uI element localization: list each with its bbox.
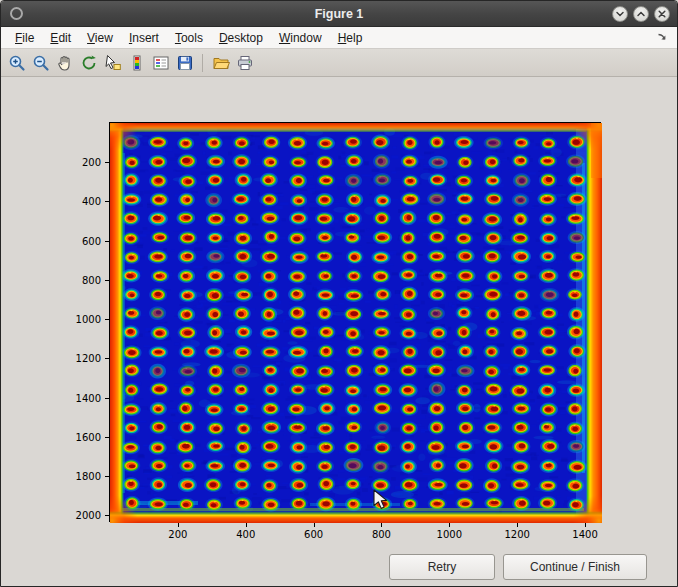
- x-tick-label: 600: [304, 529, 323, 540]
- maximize-button[interactable]: [633, 6, 649, 22]
- y-tick-mark: [105, 515, 109, 516]
- retry-button[interactable]: Retry: [389, 554, 495, 580]
- heatmap-canvas[interactable]: [110, 123, 602, 523]
- x-tick-mark: [246, 523, 247, 527]
- insert-colorbar-icon: [128, 54, 146, 72]
- chevron-up-icon: [636, 9, 646, 19]
- insert-legend-button[interactable]: [149, 51, 172, 74]
- y-tick-label: 800: [82, 274, 101, 285]
- y-tick-label: 1200: [76, 353, 101, 364]
- x-tick-label: 1400: [572, 529, 597, 540]
- x-tick-label: 800: [372, 529, 391, 540]
- menubar: FileEditViewInsertToolsDesktopWindowHelp: [1, 27, 677, 49]
- rotate-3d-button[interactable]: [77, 51, 100, 74]
- menu-item-help[interactable]: Help: [330, 29, 371, 47]
- dock-arrow-icon: [656, 32, 668, 44]
- menu-item-tools[interactable]: Tools: [167, 29, 211, 47]
- menubar-items: FileEditViewInsertToolsDesktopWindowHelp: [7, 29, 370, 47]
- y-tick-mark: [105, 241, 109, 242]
- rotate-3d-icon: [80, 54, 98, 72]
- y-tick-mark: [105, 398, 109, 399]
- x-tick-label: 400: [236, 529, 255, 540]
- continue-finish-button[interactable]: Continue / Finish: [503, 554, 647, 580]
- window-menu-icon[interactable]: [10, 7, 23, 20]
- open-file-icon: [212, 54, 230, 72]
- figure-area: 2004006008001000120014002004006008001000…: [1, 77, 677, 587]
- pan-icon: [56, 54, 74, 72]
- y-tick-mark: [105, 319, 109, 320]
- x-tick-mark: [449, 523, 450, 527]
- menu-item-view[interactable]: View: [79, 29, 121, 47]
- axes: 2004006008001000120014002004006008001000…: [109, 122, 601, 522]
- titlebar[interactable]: Figure 1: [1, 1, 677, 27]
- data-cursor-button[interactable]: [101, 51, 124, 74]
- insert-colorbar-button[interactable]: [125, 51, 148, 74]
- zoom-out-icon: [32, 54, 50, 72]
- x-tick-mark: [517, 523, 518, 527]
- y-tick-label: 1400: [76, 392, 101, 403]
- y-tick-label: 600: [82, 235, 101, 246]
- chevron-down-icon: [615, 9, 625, 19]
- x-tick-mark: [314, 523, 315, 527]
- x-tick-label: 1000: [437, 529, 462, 540]
- minimize-button[interactable]: [612, 6, 628, 22]
- figure-window: Figure 1 FileEditViewInsertToolsDesktopW…: [0, 0, 678, 587]
- x-tick-label: 200: [168, 529, 187, 540]
- menu-item-desktop[interactable]: Desktop: [211, 29, 271, 47]
- save-figure-button[interactable]: [173, 51, 196, 74]
- y-tick-label: 1800: [76, 470, 101, 481]
- y-tick-mark: [105, 280, 109, 281]
- x-tick-label: 1200: [504, 529, 529, 540]
- x-tick-mark: [178, 523, 179, 527]
- y-tick-label: 2000: [76, 510, 101, 521]
- save-figure-icon: [176, 54, 194, 72]
- y-tick-mark: [105, 201, 109, 202]
- data-cursor-icon: [104, 54, 122, 72]
- toolbar-separator: [202, 54, 203, 72]
- menu-item-insert[interactable]: Insert: [121, 29, 167, 47]
- toolbar: [1, 49, 677, 77]
- x-tick-mark: [381, 523, 382, 527]
- menu-item-edit[interactable]: Edit: [42, 29, 79, 47]
- y-tick-mark: [105, 162, 109, 163]
- y-tick-label: 200: [82, 157, 101, 168]
- insert-legend-icon: [152, 54, 170, 72]
- x-tick-mark: [585, 523, 586, 527]
- menu-item-file[interactable]: File: [7, 29, 42, 47]
- window-controls: [612, 6, 677, 22]
- open-file-button[interactable]: [209, 51, 232, 74]
- zoom-in-button[interactable]: [5, 51, 28, 74]
- pan-button[interactable]: [53, 51, 76, 74]
- print-figure-button[interactable]: [233, 51, 256, 74]
- close-button[interactable]: [654, 6, 670, 22]
- print-figure-icon: [236, 54, 254, 72]
- dock-figure-button[interactable]: [656, 32, 671, 44]
- menu-item-window[interactable]: Window: [271, 29, 330, 47]
- y-tick-label: 1600: [76, 431, 101, 442]
- y-tick-mark: [105, 437, 109, 438]
- y-tick-label: 1000: [76, 314, 101, 325]
- y-tick-label: 400: [82, 196, 101, 207]
- window-title: Figure 1: [315, 7, 364, 21]
- zoom-out-button[interactable]: [29, 51, 52, 74]
- close-icon: [657, 9, 667, 19]
- zoom-in-icon: [8, 54, 26, 72]
- y-tick-mark: [105, 358, 109, 359]
- y-tick-mark: [105, 476, 109, 477]
